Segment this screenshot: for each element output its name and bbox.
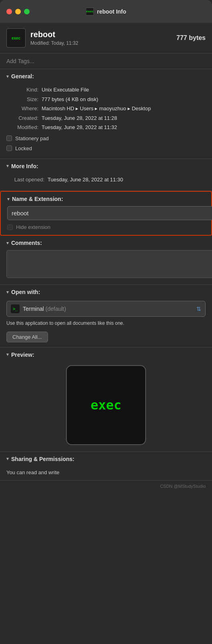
chevron-down-icon: ▾ xyxy=(6,74,9,79)
app-default-label: (default) xyxy=(46,306,66,312)
general-kind-row: Kind: Unix Executable File xyxy=(6,86,206,94)
title-bar-file-icon: exec xyxy=(86,8,94,16)
app-selector[interactable]: >_ Terminal (default) ⇅ xyxy=(6,301,206,317)
file-size: 777 bytes xyxy=(176,34,206,42)
chevron-down-icon: ▾ xyxy=(6,290,9,295)
stationery-pad-label: Stationery pad xyxy=(15,135,49,141)
general-where-value: Macintosh HD ▸ Users ▸ maoyuzhuo ▸ Deskt… xyxy=(42,105,206,113)
select-arrows-icon: ⇅ xyxy=(196,306,201,312)
section-general: ▾ General: Kind: Unix Executable File Si… xyxy=(0,69,212,159)
general-size-row: Size: 777 bytes (4 KB on disk) xyxy=(6,95,206,103)
section-sharing-label: Sharing & Permissions: xyxy=(11,456,74,462)
section-preview: ▾ Preview: exec xyxy=(0,348,212,452)
section-general-content: Kind: Unix Executable File Size: 777 byt… xyxy=(0,83,212,159)
section-more-info-content: Last opened: Tuesday, June 28, 2022 at 1… xyxy=(0,173,212,191)
change-all-button[interactable]: Change All... xyxy=(6,332,48,342)
section-comments: ▾ Comments: xyxy=(0,236,212,285)
terminal-icon: >_ xyxy=(11,304,20,313)
general-where-row: Where: Macintosh HD ▸ Users ▸ maoyuzhuo … xyxy=(6,105,206,113)
chevron-down-icon: ▾ xyxy=(6,241,9,246)
section-general-label: General: xyxy=(11,73,34,80)
general-modified-value: Tuesday, June 28, 2022 at 11:32 xyxy=(42,123,206,131)
stationery-pad-row[interactable]: Stationery pad xyxy=(6,135,206,141)
file-header-left: exec reboot Modified: Today, 11:32 xyxy=(6,28,78,48)
minimize-button[interactable] xyxy=(15,9,21,14)
section-open-with: ▾ Open with: >_ Terminal (default) ⇅ Use… xyxy=(0,285,212,348)
section-name-extension-label: Name & Extension: xyxy=(12,196,63,202)
section-more-info-label: More Info: xyxy=(11,163,38,169)
title-bar-center: exec reboot Info xyxy=(86,8,126,16)
stationery-pad-checkbox[interactable] xyxy=(6,135,12,141)
preview-box: exec xyxy=(66,365,146,445)
hide-extension-row[interactable]: Hide extension xyxy=(1,224,211,235)
general-created-label: Created: xyxy=(6,114,38,122)
file-modified: Modified: Today, 11:32 xyxy=(30,40,78,46)
section-general-header[interactable]: ▾ General: xyxy=(0,69,212,83)
last-opened-value: Tuesday, June 28, 2022 at 11:30 xyxy=(48,176,206,184)
last-opened-label: Last opened: xyxy=(6,176,44,184)
file-header: exec reboot Modified: Today, 11:32 777 b… xyxy=(0,23,212,54)
chevron-down-icon: ▾ xyxy=(6,163,9,169)
section-comments-header[interactable]: ▾ Comments: xyxy=(0,236,212,250)
chevron-down-icon: ▾ xyxy=(6,352,9,357)
general-modified-row: Modified: Tuesday, June 28, 2022 at 11:3… xyxy=(6,123,206,131)
open-with-description: Use this application to open all documen… xyxy=(0,320,212,330)
section-more-info-header[interactable]: ▾ More Info: xyxy=(0,159,212,173)
section-sharing-header[interactable]: ▾ Sharing & Permissions: xyxy=(0,452,212,466)
section-comments-label: Comments: xyxy=(11,240,42,246)
hide-extension-checkbox[interactable] xyxy=(7,225,13,230)
file-icon: exec xyxy=(6,28,26,48)
window-title: reboot Info xyxy=(97,8,126,15)
locked-label: Locked xyxy=(15,145,32,151)
general-created-row: Created: Tuesday, June 28, 2022 at 11:28 xyxy=(6,114,206,122)
general-modified-label: Modified: xyxy=(6,123,38,131)
section-name-extension-header[interactable]: ▾ Name & Extension: xyxy=(1,192,211,206)
section-open-with-label: Open with: xyxy=(11,289,40,295)
file-name: reboot xyxy=(30,30,78,39)
general-size-label: Size: xyxy=(6,95,38,103)
locked-row[interactable]: Locked xyxy=(6,145,206,151)
general-kind-label: Kind: xyxy=(6,86,38,94)
preview-text: exec xyxy=(90,398,121,413)
general-where-label: Where: xyxy=(6,105,38,113)
tags-input[interactable] xyxy=(6,58,206,64)
section-preview-label: Preview: xyxy=(11,352,34,358)
traffic-lights xyxy=(6,9,30,14)
maximize-button[interactable] xyxy=(24,9,30,14)
section-name-extension: ▾ Name & Extension: Hide extension xyxy=(0,191,212,236)
chevron-down-icon: ▾ xyxy=(7,197,10,202)
section-open-with-header[interactable]: ▾ Open with: xyxy=(0,285,212,299)
more-info-last-opened-row: Last opened: Tuesday, June 28, 2022 at 1… xyxy=(6,176,206,184)
filename-input[interactable] xyxy=(7,206,212,220)
app-name: Terminal (default) xyxy=(23,306,66,312)
comments-textarea[interactable] xyxy=(6,250,212,278)
app-selector-left: >_ Terminal (default) xyxy=(11,304,66,313)
footer-watermark: CSDN @MStudyStudio xyxy=(0,481,212,493)
title-bar: exec reboot Info xyxy=(0,0,212,23)
general-created-value: Tuesday, June 28, 2022 at 11:28 xyxy=(42,114,206,122)
section-preview-header[interactable]: ▾ Preview: xyxy=(0,348,212,362)
file-info: reboot Modified: Today, 11:32 xyxy=(30,30,78,46)
close-button[interactable] xyxy=(6,9,12,14)
section-sharing: ▾ Sharing & Permissions: You can read an… xyxy=(0,452,212,481)
hide-extension-label: Hide extension xyxy=(16,224,50,230)
locked-checkbox[interactable] xyxy=(6,145,12,151)
section-more-info: ▾ More Info: Last opened: Tuesday, June … xyxy=(0,159,212,191)
general-kind-value: Unix Executable File xyxy=(42,86,206,94)
general-size-value: 777 bytes (4 KB on disk) xyxy=(42,95,206,103)
sharing-description: You can read and write xyxy=(0,466,212,480)
chevron-down-icon: ▾ xyxy=(6,456,9,461)
tags-area[interactable] xyxy=(0,54,212,69)
